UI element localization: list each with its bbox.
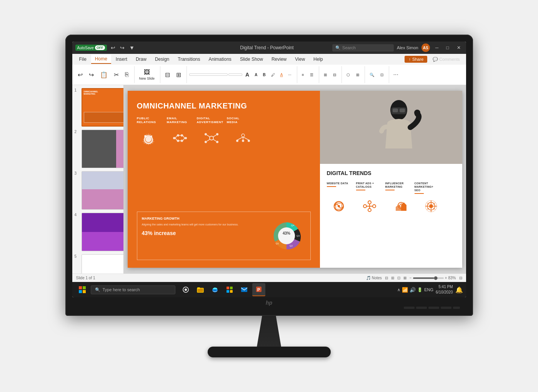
tab-animations[interactable]: Animations [205, 55, 235, 63]
paste-icon: 📋 [100, 71, 108, 78]
notification-icon[interactable]: 🔔 [455, 286, 463, 294]
undo-ribbon-button[interactable]: ↩ [75, 70, 85, 79]
share-button[interactable]: ↑ Share [405, 56, 427, 63]
tab-design[interactable]: Design [151, 55, 173, 63]
more-formatting-button[interactable]: ··· [286, 72, 293, 78]
tab-file[interactable]: File [75, 55, 90, 63]
bold-button[interactable]: B [260, 72, 268, 78]
font-name-selector[interactable] [189, 73, 228, 76]
minimize-button[interactable]: ─ [433, 44, 441, 51]
taskbar-clock[interactable]: 5:41 PM 6/10/2020 [436, 284, 453, 295]
zoom-in-icon[interactable]: + [445, 276, 447, 280]
indent-button[interactable]: ⊟ [331, 72, 338, 78]
slide-item-5[interactable]: 5 [75, 254, 121, 274]
undo-icon[interactable]: ↩ [109, 44, 117, 52]
font-color-button[interactable]: A [278, 72, 285, 78]
slide-thumb-2[interactable] [82, 130, 124, 168]
svg-point-45 [338, 205, 340, 207]
autosave-toggle[interactable]: OFF [95, 45, 105, 50]
svg-rect-74 [230, 287, 233, 289]
file-explorer-button[interactable] [194, 283, 207, 296]
slide-item-3[interactable]: 3 [75, 171, 121, 210]
tab-draw[interactable]: Draw [132, 55, 150, 63]
notes-label[interactable]: 🎵 Notes [366, 276, 382, 280]
monitor-btn-1[interactable] [404, 307, 415, 309]
slide-thumb-1[interactable]: OMNICHANNELMARKETING [82, 88, 124, 127]
slide-thumb-5[interactable] [82, 254, 124, 274]
arrange-button[interactable]: ⊞ [174, 70, 183, 79]
tab-transitions[interactable]: Transitions [174, 55, 204, 63]
taskbar-chevron-icon[interactable]: ∧ [397, 287, 400, 292]
slide-item-1[interactable]: 1 OMNICHANNELMARKETING [75, 88, 121, 127]
ribbon-group-align: ⊞ ⊟ [321, 66, 342, 83]
paste-button[interactable]: 📋 [98, 70, 110, 79]
font-grow-button[interactable]: A [243, 71, 252, 78]
redo-icon[interactable]: ↪ [118, 44, 126, 52]
tab-slideshow[interactable]: Slide Show [236, 55, 267, 63]
align-icon: ⊞ [324, 73, 327, 77]
slide-cat-1: PUBLICRELATIONS [137, 117, 160, 125]
powerpoint-button[interactable]: P [252, 283, 265, 296]
cut-button[interactable]: ✂ [112, 70, 121, 79]
tab-home[interactable]: Home [91, 55, 111, 64]
slide-thumb-4[interactable] [82, 213, 124, 251]
zoom-slider[interactable] [413, 277, 444, 279]
taskbar-network-icon[interactable]: 📶 [402, 287, 408, 293]
numbering-button[interactable]: ☰ [308, 72, 316, 78]
svg-line-15 [183, 138, 185, 140]
slide-item-2[interactable]: 2 [75, 130, 121, 168]
titlebar-search[interactable]: 🔍 Search [332, 44, 394, 52]
view-normal-icon[interactable]: ⊟ [385, 276, 388, 280]
layout-button[interactable]: ⊟ [163, 70, 172, 79]
monitor-btn-3[interactable] [428, 307, 439, 309]
font-shrink-button[interactable]: A [252, 72, 260, 78]
view-grid-icon[interactable]: ⊞ [391, 276, 394, 280]
user-avatar[interactable]: AS [421, 43, 430, 52]
autosave-badge[interactable]: AutoSave OFF [75, 45, 107, 51]
svg-text:Q2: Q2 [290, 245, 293, 247]
view-slideshow-icon[interactable]: ⊠ [403, 276, 406, 280]
start-button[interactable] [75, 283, 89, 297]
monitor-btn-2[interactable] [416, 307, 427, 309]
tab-view[interactable]: View [291, 55, 309, 63]
redo-ribbon-button[interactable]: ↪ [87, 70, 96, 79]
monitor-btn-4[interactable] [441, 307, 451, 309]
task-view-button[interactable] [179, 283, 192, 296]
taskbar-search-bar[interactable]: 🔍 Type here to search [91, 285, 175, 294]
shapes-button[interactable]: ⬡ [344, 72, 352, 78]
maximize-button[interactable]: □ [444, 44, 451, 51]
font-size-selector[interactable] [228, 73, 242, 76]
bullets-button[interactable]: ≡ [300, 72, 306, 78]
svg-point-19 [205, 141, 207, 143]
copy-button[interactable]: ⎘ [123, 70, 131, 79]
taskbar-search-icon: 🔍 [95, 287, 100, 292]
mail-button[interactable] [238, 283, 251, 296]
align-button[interactable]: ⊞ [321, 72, 329, 78]
zoom-out-icon[interactable]: − [410, 276, 412, 280]
taskbar-date-value: 6/10/2020 [436, 290, 453, 295]
monitor-btn-5[interactable] [453, 307, 460, 309]
find-button[interactable]: 🔍 [367, 72, 376, 78]
tab-help[interactable]: Help [310, 55, 327, 63]
taskbar-battery-icon[interactable]: 🔋 [417, 287, 423, 292]
fit-page-icon[interactable]: ⊟ [459, 276, 462, 280]
arrange-shapes-button[interactable]: ⊞ [354, 72, 361, 78]
tab-insert[interactable]: Insert [112, 55, 131, 63]
highlight-button[interactable]: 🖊 [269, 72, 277, 78]
new-slide-button[interactable]: 🖼 New Slide [137, 68, 157, 81]
slide-thumb-3[interactable] [82, 171, 124, 210]
comments-button[interactable]: 💬 Comments [430, 56, 463, 63]
tab-review[interactable]: Review [268, 55, 290, 63]
replace-button[interactable]: ⊡ [378, 72, 386, 78]
edge-button[interactable] [208, 283, 222, 296]
view-reading-icon[interactable]: ⊡ [397, 276, 400, 280]
ribbon-more-button[interactable]: ··· [391, 70, 400, 79]
slide-item-4[interactable]: 4 [75, 213, 121, 251]
svg-rect-65 [83, 286, 86, 289]
svg-line-11 [175, 138, 177, 140]
store-button[interactable] [223, 283, 236, 296]
slide-canvas[interactable]: OMNICHANNEL MARKETING PUBLICRELATIONS EM… [128, 91, 462, 268]
close-button[interactable]: ✕ [455, 44, 463, 51]
taskbar-volume-icon[interactable]: 🔊 [410, 287, 416, 293]
customize-icon[interactable]: ▼ [128, 44, 136, 52]
